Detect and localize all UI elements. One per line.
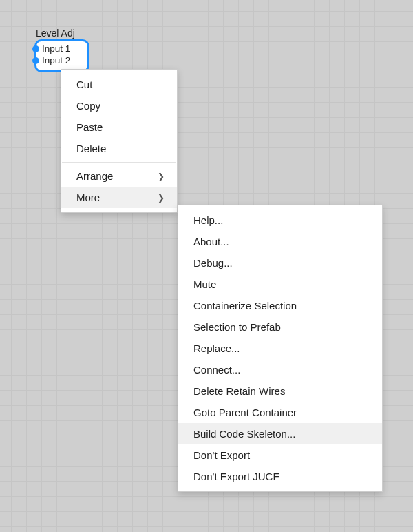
node-title: Level Adj xyxy=(34,28,89,39)
menu-item-arrange[interactable]: Arrange ❯ xyxy=(61,165,177,187)
menu-item-label: About... xyxy=(193,236,229,247)
menu-item-label: Copy xyxy=(76,100,100,112)
menu-item-label: Delete xyxy=(76,143,106,154)
menu-item-delete[interactable]: Delete xyxy=(61,138,177,159)
menu-item-dont-export[interactable]: Don't Export xyxy=(178,444,382,466)
node-port[interactable]: Input 1 xyxy=(36,43,87,54)
menu-item-delete-retain-wires[interactable]: Delete Retain Wires xyxy=(178,380,382,402)
node-port[interactable]: Input 2 xyxy=(36,54,87,66)
menu-item-containerize-selection[interactable]: Containerize Selection xyxy=(178,295,382,316)
menu-item-label: Debug... xyxy=(193,257,233,269)
menu-item-build-code-skeleton[interactable]: Build Code Skeleton... xyxy=(178,423,382,444)
menu-item-copy[interactable]: Copy xyxy=(61,95,177,116)
node-port-label: Input 1 xyxy=(42,43,70,54)
port-dot-icon xyxy=(32,45,39,52)
menu-item-replace[interactable]: Replace... xyxy=(178,338,382,359)
menu-item-about[interactable]: About... xyxy=(178,231,382,252)
menu-item-label: Cut xyxy=(76,79,92,90)
context-submenu-more: Help... About... Debug... Mute Container… xyxy=(178,205,383,492)
menu-item-label: Selection to Prefab xyxy=(193,321,281,333)
menu-item-paste[interactable]: Paste xyxy=(61,116,177,138)
port-dot-icon xyxy=(32,57,39,64)
node-body[interactable]: Input 1 Input 2 xyxy=(34,39,89,72)
menu-item-label: Containerize Selection xyxy=(193,300,297,311)
menu-separator xyxy=(62,162,176,163)
menu-item-connect[interactable]: Connect... xyxy=(178,359,382,380)
menu-item-label: Help... xyxy=(193,214,223,226)
menu-item-help[interactable]: Help... xyxy=(178,209,382,231)
menu-item-label: Don't Export xyxy=(193,449,250,461)
menu-item-label: Mute xyxy=(193,278,216,290)
node-port-label: Input 2 xyxy=(42,55,70,65)
menu-item-label: Paste xyxy=(76,121,103,133)
menu-item-dont-export-juce[interactable]: Don't Export JUCE xyxy=(178,466,382,487)
menu-item-label: Replace... xyxy=(193,342,240,354)
menu-item-cut[interactable]: Cut xyxy=(61,74,177,95)
menu-item-label: Goto Parent Container xyxy=(193,407,297,418)
menu-item-selection-to-prefab[interactable]: Selection to Prefab xyxy=(178,316,382,338)
menu-item-debug[interactable]: Debug... xyxy=(178,252,382,274)
context-menu: Cut Copy Paste Delete Arrange ❯ More ❯ xyxy=(61,69,178,213)
menu-item-label: Arrange xyxy=(76,170,113,182)
menu-item-more[interactable]: More ❯ xyxy=(61,187,177,208)
chevron-right-icon: ❯ xyxy=(158,172,165,181)
menu-item-label: Connect... xyxy=(193,364,240,376)
menu-item-label: Build Code Skeleton... xyxy=(193,428,295,440)
chevron-right-icon: ❯ xyxy=(158,193,165,203)
node-level-adj[interactable]: Level Adj Input 1 Input 2 xyxy=(34,28,89,72)
menu-item-goto-parent-container[interactable]: Goto Parent Container xyxy=(178,402,382,423)
menu-item-label: Don't Export JUCE xyxy=(193,471,279,482)
menu-item-label: More xyxy=(76,192,100,203)
menu-item-label: Delete Retain Wires xyxy=(193,385,285,397)
menu-item-mute[interactable]: Mute xyxy=(178,274,382,295)
